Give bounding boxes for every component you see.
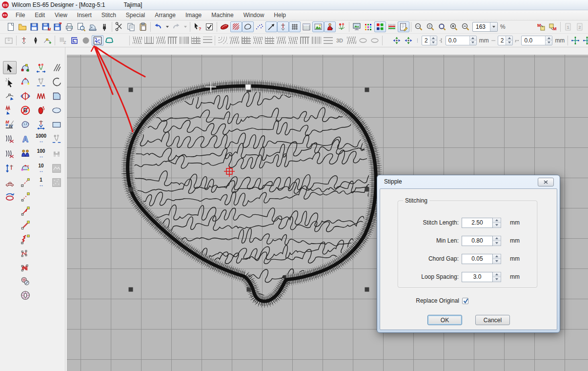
envelope-tool[interactable] [19, 162, 32, 175]
insert-machine-function-button[interactable]: M [535, 21, 547, 32]
zigzag-input-tool[interactable] [34, 89, 48, 103]
show-outlines-toggle[interactable] [242, 21, 254, 32]
menu-help[interactable]: Help [269, 11, 291, 20]
menu-special[interactable]: Special [121, 11, 150, 20]
menu-view[interactable]: View [50, 11, 72, 20]
gradient-fill-icon[interactable] [324, 37, 333, 44]
menu-file[interactable]: File [11, 11, 30, 20]
complex-fill-tool[interactable] [19, 118, 32, 131]
export-machine-file-button[interactable] [52, 21, 63, 32]
run-stitch-tool[interactable] [19, 218, 32, 231]
pull-compensation-button[interactable] [391, 35, 403, 46]
length-value-spinner[interactable] [545, 36, 552, 45]
closest-join-button[interactable] [30, 35, 41, 46]
satin-stitch-icon[interactable] [133, 37, 142, 44]
options-check-button[interactable] [203, 21, 215, 32]
menu-image[interactable]: Image [181, 11, 206, 20]
remove-overlap-tool[interactable]: B [19, 103, 32, 117]
thread-colors-button[interactable] [363, 21, 374, 32]
replace-original-checkbox[interactable] [462, 298, 468, 304]
show-artwork-toggle[interactable] [336, 21, 347, 32]
align-nodes-button[interactable] [581, 35, 588, 46]
save-as-machine-button[interactable]: M [40, 21, 52, 32]
scale-1000-tool[interactable]: 1000↔ [34, 132, 48, 145]
color-film-toggle[interactable] [374, 21, 386, 32]
arc-tool[interactable] [50, 75, 63, 88]
star-fill-icon[interactable] [357, 35, 369, 46]
align-centers-button[interactable] [569, 35, 581, 46]
min-len-spinner[interactable] [493, 236, 501, 246]
show-stitches-toggle[interactable] [230, 21, 242, 32]
add-node-button[interactable] [41, 35, 53, 46]
motif-gray-tool[interactable] [34, 75, 48, 88]
penetration-tool-button[interactable] [18, 35, 30, 46]
copy-button[interactable] [125, 21, 137, 32]
lettering-tool[interactable]: A [19, 132, 32, 145]
save-design-button[interactable] [28, 21, 40, 32]
jump-tool[interactable] [19, 204, 32, 217]
toolbar-handle[interactable] [414, 35, 421, 46]
new-design-button[interactable] [5, 21, 17, 32]
stitch-length-spinner[interactable] [506, 36, 512, 45]
closed-curve-tool[interactable] [19, 261, 32, 274]
reference-line-tool[interactable] [19, 176, 32, 189]
loop-spacing-input[interactable]: 3.0 [462, 272, 493, 282]
cancel-button[interactable]: Cancel [475, 315, 510, 325]
polygon-select-tool[interactable] [3, 75, 17, 88]
context-help-button[interactable]: ? [192, 21, 203, 32]
rectangle-tool[interactable] [50, 118, 63, 131]
rotate-tool[interactable] [19, 89, 32, 103]
blanket-stitch-icon[interactable] [168, 37, 177, 44]
tatami-stitch-icon[interactable] [180, 37, 189, 44]
zoom-1to1-button[interactable]: 0 [425, 21, 436, 32]
machine-connection-button[interactable] [99, 21, 110, 32]
stitch-spacing-spinner[interactable] [430, 36, 437, 45]
open-design-button[interactable] [17, 21, 28, 32]
program-split-icon[interactable] [300, 37, 309, 44]
3d-effect-button[interactable]: 3D [336, 38, 343, 43]
show-needle-points-toggle[interactable] [254, 21, 265, 32]
fill-shape-tool[interactable] [50, 89, 63, 103]
spacing-length-field[interactable]: 0.0 [446, 36, 477, 45]
e-stitch-icon[interactable] [144, 37, 154, 44]
object-properties-toggle[interactable] [398, 21, 409, 32]
length-value-field[interactable]: 0.0 [521, 36, 552, 45]
buddy-tool[interactable] [19, 147, 32, 160]
zoom-in-button[interactable] [448, 21, 460, 32]
menu-window[interactable]: Window [239, 11, 269, 20]
recent-design-3-button[interactable]: 3 [586, 21, 588, 32]
wave-fill-icon[interactable] [203, 37, 212, 44]
menu-edit[interactable]: Edit [30, 11, 50, 20]
chord-gap-input[interactable]: 0.05 [462, 254, 493, 264]
redo-button[interactable] [170, 21, 182, 32]
vertex-select-tool[interactable] [3, 89, 17, 103]
show-hoop-toggle[interactable] [301, 21, 312, 32]
stemstitch-icon[interactable] [230, 37, 239, 44]
lattice-fill-icon[interactable] [242, 37, 251, 44]
select-tool[interactable] [3, 61, 17, 74]
cut-button[interactable] [114, 21, 125, 32]
show-connectors-toggle[interactable] [265, 21, 277, 32]
undo-button[interactable] [152, 21, 164, 32]
stitch-list-button[interactable] [386, 21, 398, 32]
edit-machine-function-button[interactable]: M [547, 21, 559, 32]
menu-arrange[interactable]: Arrange [150, 11, 181, 20]
stitch-view-button[interactable] [219, 21, 230, 32]
zoom-combo-dropdown[interactable] [490, 22, 497, 31]
contour-fill-icon[interactable] [253, 37, 263, 44]
min-len-input[interactable]: 0.80 [462, 236, 493, 246]
measure-tool[interactable] [3, 162, 17, 175]
offset-outlines-button[interactable] [68, 35, 80, 46]
ripple-fill-icon[interactable] [288, 37, 298, 44]
zigzag-stitch-icon[interactable] [156, 37, 165, 44]
circle-arc-tool[interactable] [19, 274, 32, 288]
stitch-ratio-tool[interactable]: MW [3, 118, 17, 131]
design-overview-button[interactable] [351, 21, 363, 32]
redo-dropdown[interactable] [182, 21, 188, 32]
show-penetrations-toggle[interactable] [277, 21, 289, 32]
menu-stitch[interactable]: Stitch [97, 11, 121, 20]
recent-design-2-button[interactable]: 2 [574, 21, 586, 32]
stitch-spacing-field[interactable]: 2 [422, 36, 437, 45]
auto-spacing-button[interactable] [403, 35, 414, 46]
accordion-spacing-icon[interactable] [312, 37, 321, 44]
